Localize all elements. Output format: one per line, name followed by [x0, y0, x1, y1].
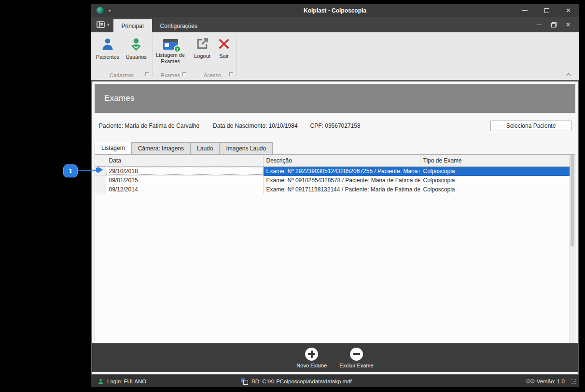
- patient-info-row: Paciente: Maria de Fatima de Carvalho Da…: [99, 121, 571, 131]
- ribbon: Pacientes Usuários Cadastros: [91, 32, 579, 80]
- cell-tipo[interactable]: Colposcopia: [420, 176, 570, 185]
- cell-tipo[interactable]: Colposcopia: [420, 185, 570, 194]
- minimize-button[interactable]: [514, 4, 536, 17]
- group-label-acesso: Acesso: [204, 72, 221, 78]
- ribbon-group-cadastros: Pacientes Usuários Cadastros: [91, 32, 153, 80]
- acesso-dialog-launcher-icon[interactable]: [229, 72, 233, 76]
- cell-data[interactable]: 09/12/2014: [106, 185, 263, 194]
- mdi-close-button[interactable]: ✕: [561, 17, 575, 32]
- exam-table-area: Data Descrição Tipo de Exame 29/10/2018 …: [95, 154, 575, 343]
- table-row[interactable]: 09/01/2015 Exame: Nº 09102554328578 / Pa…: [95, 176, 570, 185]
- person-green-icon: [129, 37, 143, 52]
- gears-icon: ⚙⚙: [526, 378, 534, 385]
- tab-camera-imagens-label: Câmera: Imagens: [138, 145, 184, 152]
- tab-listagem-label: Listagem: [101, 145, 125, 151]
- cell-data[interactable]: 09/01/2015: [106, 176, 263, 185]
- cell-descricao[interactable]: Exame: Nº 09171158132144 / Paciente: Mar…: [263, 185, 420, 194]
- app-menu-button[interactable]: ▾: [91, 17, 113, 32]
- usuarios-label: Usuários: [125, 54, 146, 60]
- mdi-minimize-icon: [537, 25, 542, 25]
- quick-access-caret-icon[interactable]: ▾: [109, 8, 111, 13]
- sair-label: Sair: [219, 53, 229, 59]
- mdi-minimize-button[interactable]: [532, 17, 546, 32]
- ribbon-tab-configuracoes-label: Configurações: [160, 23, 197, 29]
- exam-list-add-icon: [163, 39, 178, 50]
- column-header-descricao[interactable]: Descrição: [263, 155, 420, 166]
- login-text: Login: FULANO: [107, 378, 146, 384]
- window-title: Kolplast - Colposcopia: [91, 7, 579, 14]
- cell-data[interactable]: 29/10/2018: [106, 166, 263, 176]
- red-x-icon: [217, 37, 231, 51]
- row-selector-cell[interactable]: [95, 176, 106, 185]
- page-header-banner: Exames: [95, 84, 575, 113]
- ribbon-separator: [237, 34, 237, 77]
- sair-button[interactable]: Sair: [214, 35, 234, 61]
- tab-laudo[interactable]: Laudo: [191, 142, 220, 154]
- minus-circle-icon: [350, 348, 363, 361]
- patient-name-label: Paciente: Maria de Fatima de Carvalho: [99, 122, 199, 129]
- annotation-dot-icon: [96, 167, 101, 173]
- collapse-ribbon-icon[interactable]: [566, 73, 571, 76]
- usuarios-button[interactable]: Usuários: [123, 35, 150, 62]
- mdi-restore-button[interactable]: [546, 17, 561, 32]
- tab-listagem[interactable]: Listagem: [95, 142, 132, 154]
- logout-label: Logout: [194, 53, 210, 59]
- mdi-window-controls: ✕: [532, 17, 579, 32]
- login-user-icon: [98, 378, 104, 385]
- ribbon-tab-configuracoes[interactable]: Configurações: [152, 19, 206, 32]
- cell-descricao[interactable]: Exame: Nº 09102554328578 / Paciente: Mar…: [263, 176, 420, 185]
- tab-imagens-laudo[interactable]: Imagens Laudo: [220, 142, 273, 154]
- annotation-badge-label: 1: [69, 167, 72, 175]
- close-icon: ✕: [566, 7, 571, 14]
- minimize-icon: [522, 10, 528, 11]
- resize-grip-icon[interactable]: [571, 379, 576, 384]
- listagem-exames-button[interactable]: Listagem de Exames: [155, 35, 185, 67]
- tab-camera-imagens[interactable]: Câmera: Imagens: [132, 142, 191, 154]
- app-window: ▾ Kolplast - Colposcopia ✕ ▾ Principa: [91, 4, 579, 387]
- ribbon-group-exames: Listagem de Exames Exames: [153, 32, 188, 80]
- ribbon-tab-principal-label: Principal: [122, 23, 144, 29]
- close-button[interactable]: ✕: [557, 4, 579, 17]
- excluir-exame-label: Excluir Exame: [339, 363, 373, 368]
- cadastros-dialog-launcher-icon[interactable]: [145, 72, 149, 76]
- logout-button[interactable]: Logout: [191, 35, 213, 61]
- annotation-connector-line: [77, 170, 98, 171]
- maximize-button[interactable]: [536, 4, 557, 17]
- bottom-toolbar: Novo Exame Excluir Exame: [92, 343, 578, 372]
- title-bar[interactable]: ▾ Kolplast - Colposcopia ✕: [91, 4, 579, 17]
- plus-circle-icon: [305, 348, 318, 361]
- database-icon: [241, 378, 248, 385]
- column-header-tipo[interactable]: Tipo de Exame: [420, 155, 570, 166]
- novo-exame-button[interactable]: Novo Exame: [296, 348, 327, 368]
- maximize-icon: [544, 8, 549, 13]
- desktop-background: ▾ Kolplast - Colposcopia ✕ ▾ Principa: [0, 0, 585, 392]
- pacientes-label: Pacientes: [96, 54, 119, 60]
- ribbon-group-acesso: Logout Sair Acesso: [188, 32, 237, 80]
- vertical-scrollbar[interactable]: [570, 155, 575, 343]
- app-logo-icon[interactable]: [97, 7, 104, 14]
- cell-descricao[interactable]: Exame: Nº 292239030512432852067255 / Pac…: [263, 166, 420, 176]
- select-patient-button[interactable]: Seleciona Paciente: [490, 121, 571, 131]
- group-label-cadastros: Cadastros: [110, 72, 134, 78]
- pacientes-button[interactable]: Pacientes: [94, 35, 122, 62]
- scrollbar-thumb[interactable]: [571, 155, 574, 246]
- app-menu-icon: [97, 21, 105, 28]
- version-text: Versão: 1.0: [537, 378, 565, 384]
- ribbon-tab-bar: ▾ Principal Configurações ✕: [91, 17, 579, 32]
- exames-dialog-launcher-icon[interactable]: [182, 72, 186, 76]
- exam-table: Data Descrição Tipo de Exame 29/10/2018 …: [95, 155, 570, 194]
- cell-tipo[interactable]: Colposcopia: [420, 166, 570, 176]
- table-row[interactable]: 29/10/2018 Exame: Nº 2922390305124328520…: [95, 166, 570, 176]
- panel-bottom-spacer: [92, 372, 578, 374]
- column-header-data[interactable]: Data: [106, 155, 263, 166]
- ribbon-tab-principal[interactable]: Principal: [113, 19, 152, 32]
- content-panel: Exames Paciente: Maria de Fatima de Carv…: [91, 80, 579, 375]
- patient-cpf-label: CPF: 03567027158: [310, 122, 361, 129]
- row-selector-header: [95, 155, 106, 166]
- status-bar: Login: FULANO BD: C:\KLPColposcopia\data…: [91, 375, 579, 387]
- status-login: Login: FULANO: [98, 378, 146, 385]
- mdi-restore-icon: [551, 22, 557, 27]
- table-row[interactable]: 09/12/2014 Exame: Nº 09171158132144 / Pa…: [95, 185, 570, 194]
- row-selector-cell[interactable]: [95, 185, 106, 194]
- excluir-exame-button[interactable]: Excluir Exame: [339, 348, 373, 368]
